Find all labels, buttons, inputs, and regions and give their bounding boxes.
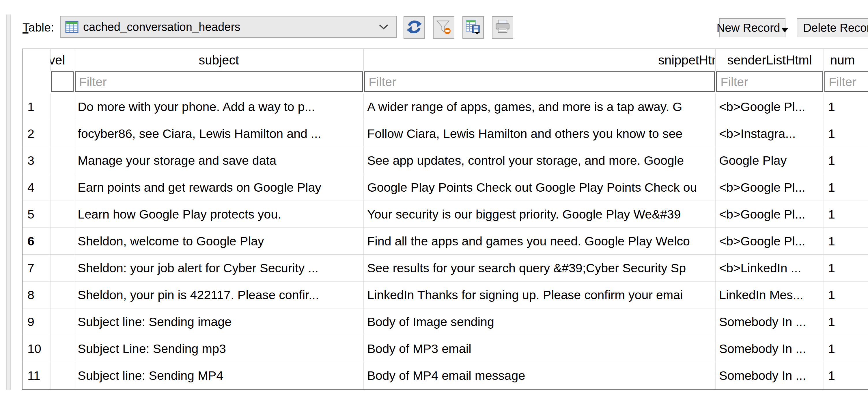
cell-subject[interactable]: focyber86, see Ciara, Lewis Hamilton and… [74,120,364,147]
cell-senderlisthtml[interactable]: LinkedIn Mes... [716,282,824,308]
row-number[interactable]: 3 [23,147,51,174]
clear-filters-button[interactable] [433,16,454,39]
cell-num[interactable]: 1 [824,362,868,389]
header-subject[interactable]: subject [74,49,364,71]
refresh-icon [407,19,422,35]
row-number[interactable]: 9 [23,308,51,335]
cell-vel[interactable] [51,147,74,174]
grid-body: 1 Do more with your phone. Add a way to … [23,93,868,389]
row-number[interactable]: 4 [23,174,51,201]
header-senderlisthtml[interactable]: senderListHtml [716,49,824,71]
new-record-button[interactable]: New Record [719,18,785,37]
row-number[interactable]: 10 [23,335,51,362]
table-select-combobox[interactable]: cached_conversation_headers [60,16,397,38]
filter-input-vel[interactable] [52,72,73,91]
cell-vel[interactable] [51,282,74,308]
cell-vel[interactable] [51,93,74,120]
filter-input-senderlisthtml[interactable] [717,72,823,91]
cell-subject[interactable]: Subject Line: Sending mp3 [74,335,364,362]
cell-subject[interactable]: Earn points and get rewards on Google Pl… [74,174,364,201]
cell-vel[interactable] [51,308,74,335]
header-corner[interactable] [23,49,51,71]
cell-num[interactable]: 1 [824,93,868,120]
cell-senderlisthtml[interactable]: <b>LinkedIn ... [716,255,824,281]
cell-snippethtml[interactable]: Body of Image sending [364,308,716,335]
cell-snippethtml[interactable]: Body of MP4 email message [364,362,716,389]
cell-subject[interactable]: Sheldon: your job alert for Cyber Securi… [74,255,364,281]
row-number[interactable]: 5 [23,201,51,227]
cell-snippethtml[interactable]: See results for your search query &#39;C… [364,255,716,281]
cell-num[interactable]: 1 [824,174,868,201]
cell-subject[interactable]: Do more with your phone. Add a way to p.… [74,93,364,120]
grid-header-row: vel subject snippetHtml senderListHtml n… [23,49,868,71]
row-number[interactable]: 6 [23,228,51,254]
cell-snippethtml[interactable]: Body of MP3 email [364,335,716,362]
table-row: 3 Manage your storage and save data See … [23,147,868,174]
cell-subject[interactable]: Sheldon, welcome to Google Play [74,228,364,254]
splitter-bar[interactable] [6,15,11,390]
header-num-label: num [824,53,855,67]
cell-num[interactable]: 1 [824,308,868,335]
cell-snippethtml[interactable]: Google Play Points Check out Google Play… [364,174,716,201]
cell-vel[interactable] [51,255,74,281]
cell-snippethtml[interactable]: Find all the apps and games you need. Go… [364,228,716,254]
filter-cell-subject [74,71,364,93]
row-number[interactable]: 11 [23,362,51,389]
table-label: Table: [23,21,54,34]
cell-vel[interactable] [51,120,74,147]
cell-snippethtml[interactable]: LinkedIn Thanks for signing up. Please c… [364,282,716,308]
cell-snippethtml[interactable]: Your security is our biggest priority. G… [364,201,716,227]
cell-vel[interactable] [51,201,74,227]
print-button[interactable] [492,16,513,39]
cell-num[interactable]: 1 [824,282,868,308]
cell-subject[interactable]: Sheldon, your pin is 422117. Please conf… [74,282,364,308]
cell-num[interactable]: 1 [824,147,868,174]
cell-snippethtml[interactable]: Follow Ciara, Lewis Hamilton and others … [364,120,716,147]
cell-senderlisthtml[interactable]: Somebody In ... [716,308,824,335]
cell-num[interactable]: 1 [824,228,868,254]
delete-record-label: Delete Record [803,21,868,34]
cell-subject[interactable]: Subject line: Sending image [74,308,364,335]
header-num[interactable]: num [824,49,868,71]
header-snippethtml[interactable]: snippetHtml [364,49,716,71]
cell-senderlisthtml[interactable]: <b>Google Pl... [716,228,824,254]
cell-senderlisthtml[interactable]: Somebody In ... [716,335,824,362]
cell-vel[interactable] [51,228,74,254]
cell-senderlisthtml[interactable]: <b>Instagra... [716,120,824,147]
cell-num[interactable]: 1 [824,120,868,147]
save-table-button[interactable] [462,16,484,39]
cell-subject[interactable]: Learn how Google Play protects you. [74,201,364,227]
table-row: 8 Sheldon, your pin is 422117. Please co… [23,282,868,308]
delete-record-button[interactable]: Delete Record [797,18,868,37]
refresh-button[interactable] [404,16,425,39]
row-number[interactable]: 8 [23,282,51,308]
cell-senderlisthtml[interactable]: <b>Google Pl... [716,93,824,120]
table-row: 6 Sheldon, welcome to Google Play Find a… [23,228,868,255]
cell-snippethtml[interactable]: A wider range of apps, games, and more i… [364,93,716,120]
cell-subject[interactable]: Subject line: Sending MP4 [74,362,364,389]
cell-senderlisthtml[interactable]: Somebody In ... [716,362,824,389]
filter-input-subject[interactable] [75,72,362,91]
row-number[interactable]: 2 [23,120,51,147]
cell-snippethtml[interactable]: See app updates, control your storage, a… [364,147,716,174]
header-vel[interactable]: vel [51,49,74,71]
filter-cell-snippethtml [364,71,716,93]
cell-senderlisthtml[interactable]: Google Play [716,147,824,174]
row-number[interactable]: 7 [23,255,51,281]
filter-cell-rownum [23,71,51,93]
filter-input-num[interactable] [825,72,868,91]
cell-vel[interactable] [51,362,74,389]
cell-num[interactable]: 1 [824,201,868,227]
table-label-mnemonic: T [23,21,29,34]
cell-vel[interactable] [51,335,74,362]
cell-num[interactable]: 1 [824,335,868,362]
cell-senderlisthtml[interactable]: <b>Google Pl... [716,174,824,201]
header-snippethtml-label: snippetHtml [658,53,716,67]
filter-input-snippethtml[interactable] [365,72,714,91]
row-number[interactable]: 1 [23,93,51,120]
cell-vel[interactable] [51,174,74,201]
cell-senderlisthtml[interactable]: <b>Google Pl... [716,201,824,227]
dropdown-arrow-icon [782,28,788,32]
cell-num[interactable]: 1 [824,255,868,281]
cell-subject[interactable]: Manage your storage and save data [74,147,364,174]
